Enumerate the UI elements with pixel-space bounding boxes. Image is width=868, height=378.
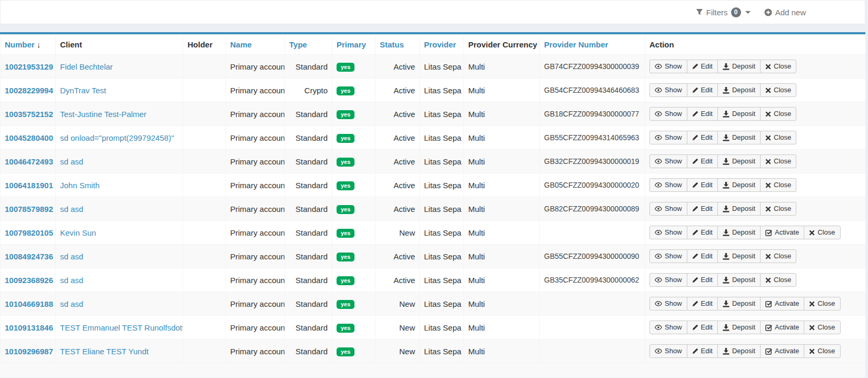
account-number-link[interactable]: 10109131846: [5, 323, 53, 332]
deposit-button[interactable]: Deposit: [717, 344, 761, 358]
edit-button[interactable]: Edit: [687, 131, 718, 144]
column-header-primary[interactable]: Primary: [332, 35, 376, 55]
show-button[interactable]: Show: [649, 131, 687, 144]
close-button[interactable]: Close: [804, 226, 840, 239]
edit-button[interactable]: Edit: [687, 273, 718, 287]
account-number-link[interactable]: 10046472493: [5, 157, 53, 166]
column-label: Name: [230, 40, 252, 49]
deposit-button[interactable]: Deposit: [717, 131, 761, 144]
account-number-link[interactable]: 10078579892: [5, 205, 53, 214]
cell-type: Standard: [285, 268, 332, 292]
eye-icon: [655, 111, 662, 117]
column-header-provider-number[interactable]: Provider Number: [540, 35, 645, 55]
add-new-button[interactable]: Add new: [764, 8, 806, 17]
show-button[interactable]: Show: [649, 226, 687, 239]
client-link[interactable]: sd asd: [60, 252, 83, 261]
show-button[interactable]: Show: [649, 178, 687, 192]
action-button-group: ShowEditDepositClose: [649, 202, 796, 216]
cell-action: ShowEditDepositClose: [645, 268, 866, 292]
cell-name: Primary account: [226, 173, 285, 197]
account-number-link[interactable]: 10109296987: [5, 347, 53, 356]
activate-button[interactable]: Activate: [760, 297, 804, 311]
deposit-button[interactable]: Deposit: [717, 202, 761, 216]
show-button[interactable]: Show: [649, 202, 687, 216]
account-number-link[interactable]: 10045280400: [5, 133, 53, 142]
close-button[interactable]: Close: [760, 202, 796, 216]
deposit-button[interactable]: Deposit: [717, 226, 761, 239]
show-button[interactable]: Show: [649, 297, 687, 311]
close-button[interactable]: Close: [760, 273, 796, 287]
activate-button[interactable]: Activate: [760, 321, 804, 334]
show-button[interactable]: Show: [649, 60, 687, 73]
client-link[interactable]: Fidel Bechtelar: [60, 62, 113, 71]
client-link[interactable]: sd onload="prompt(299792458)": [60, 133, 174, 142]
edit-button[interactable]: Edit: [687, 202, 718, 216]
deposit-button[interactable]: Deposit: [717, 178, 761, 192]
close-button[interactable]: Close: [760, 178, 796, 192]
show-button[interactable]: Show: [649, 154, 687, 168]
filters-toggle[interactable]: Filters 0: [696, 7, 751, 17]
deposit-button[interactable]: Deposit: [717, 60, 761, 73]
account-number-link[interactable]: 10028229994: [5, 86, 53, 95]
close-button[interactable]: Close: [804, 297, 840, 311]
column-header-type[interactable]: Type: [285, 35, 332, 55]
close-button[interactable]: Close: [760, 83, 796, 97]
close-button[interactable]: Close: [760, 249, 796, 263]
edit-button[interactable]: Edit: [687, 297, 718, 311]
account-number-link[interactable]: 10021953129: [5, 62, 53, 71]
edit-button[interactable]: Edit: [687, 107, 718, 121]
client-link[interactable]: DynTrav Test: [60, 86, 106, 95]
edit-button[interactable]: Edit: [687, 226, 718, 239]
deposit-button[interactable]: Deposit: [717, 107, 761, 121]
show-button[interactable]: Show: [649, 344, 687, 358]
client-link[interactable]: sd asd: [60, 205, 83, 214]
show-button[interactable]: Show: [649, 273, 687, 287]
client-link[interactable]: sd asd: [60, 299, 83, 308]
account-number-link[interactable]: 10084924736: [5, 252, 53, 261]
client-link[interactable]: sd asd: [60, 157, 83, 166]
deposit-button[interactable]: Deposit: [717, 154, 761, 168]
column-label: Client: [60, 40, 82, 49]
client-link[interactable]: Kevin Sun: [60, 228, 96, 237]
close-button[interactable]: Close: [760, 107, 796, 121]
account-number-link[interactable]: 10104669188: [5, 299, 53, 308]
primary-yes-badge: yes: [337, 300, 354, 309]
show-button[interactable]: Show: [649, 249, 687, 263]
deposit-button[interactable]: Deposit: [717, 273, 761, 287]
pencil-icon: [692, 324, 698, 331]
column-header-name[interactable]: Name: [226, 35, 285, 55]
column-header-number[interactable]: Number↓: [1, 35, 56, 55]
edit-button[interactable]: Edit: [687, 344, 718, 358]
close-button[interactable]: Close: [760, 154, 796, 168]
close-button[interactable]: Close: [760, 60, 796, 73]
column-header-status[interactable]: Status: [376, 35, 420, 55]
activate-button[interactable]: Activate: [760, 344, 804, 358]
account-number-link[interactable]: 10064181901: [5, 181, 53, 190]
client-link[interactable]: sd asd: [60, 276, 83, 285]
activate-button[interactable]: Activate: [760, 226, 804, 239]
column-header-provider[interactable]: Provider: [420, 35, 464, 55]
client-link[interactable]: TEST Eliane TEST Yundt: [60, 347, 149, 356]
deposit-button[interactable]: Deposit: [717, 297, 761, 311]
edit-button[interactable]: Edit: [687, 60, 718, 73]
edit-button[interactable]: Edit: [687, 249, 718, 263]
deposit-button[interactable]: Deposit: [717, 83, 761, 97]
client-link[interactable]: Test-Justine Test-Palmer: [60, 110, 146, 119]
edit-button[interactable]: Edit: [687, 83, 718, 97]
deposit-button[interactable]: Deposit: [717, 249, 761, 263]
client-link[interactable]: TEST Emmanuel TEST Runolfsdottir: [60, 323, 183, 332]
edit-button[interactable]: Edit: [687, 178, 718, 192]
account-number-link[interactable]: 10079820105: [5, 228, 53, 237]
deposit-button[interactable]: Deposit: [717, 321, 761, 334]
client-link[interactable]: John Smith: [60, 181, 100, 190]
show-button[interactable]: Show: [649, 83, 687, 97]
show-button[interactable]: Show: [649, 107, 687, 121]
account-number-link[interactable]: 10035752152: [5, 110, 53, 119]
edit-button[interactable]: Edit: [687, 154, 718, 168]
account-number-link[interactable]: 10092368926: [5, 276, 53, 285]
edit-button[interactable]: Edit: [687, 321, 718, 334]
close-button[interactable]: Close: [804, 321, 840, 334]
show-button[interactable]: Show: [649, 321, 687, 334]
close-button[interactable]: Close: [760, 131, 796, 144]
close-button[interactable]: Close: [804, 344, 840, 358]
